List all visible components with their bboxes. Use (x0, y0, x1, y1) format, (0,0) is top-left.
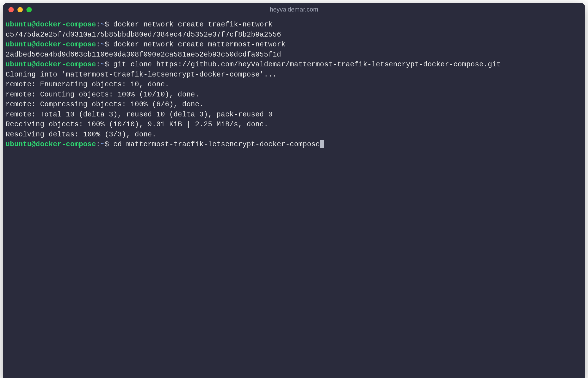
terminal-line: remote: Enumerating objects: 10, done. (6, 80, 582, 90)
command-text: cd mattermost-traefik-letsencrypt-docker… (113, 140, 320, 148)
terminal-line: ubuntu@docker-compose:~$ docker network … (6, 40, 582, 50)
output-text: Cloning into 'mattermost-traefik-letsenc… (6, 71, 277, 79)
prompt-symbol: $ (105, 21, 113, 29)
prompt-user-host: ubuntu@docker-compose (6, 21, 96, 29)
terminal-line: remote: Total 10 (delta 3), reused 10 (d… (6, 110, 582, 120)
output-text: 2adbed56ca4bd9d663cb1106e0da308f090e2ca5… (6, 51, 281, 59)
output-text: remote: Compressing objects: 100% (6/6),… (6, 100, 204, 109)
output-text: Resolving deltas: 100% (3/3), done. (6, 130, 156, 139)
terminal-line: remote: Counting objects: 100% (10/10), … (6, 90, 582, 100)
prompt-symbol: $ (105, 140, 113, 148)
prompt-separator: : (96, 21, 100, 29)
prompt-user-host: ubuntu@docker-compose (6, 40, 96, 49)
prompt-path: ~ (100, 40, 105, 49)
prompt-user-host: ubuntu@docker-compose (6, 140, 96, 148)
window-title: heyvaldemar.com (270, 6, 318, 13)
prompt-separator: : (96, 40, 100, 49)
title-bar: heyvaldemar.com (3, 3, 585, 16)
terminal-window: heyvaldemar.com ubuntu@docker-compose:~$… (3, 3, 585, 378)
command-text: docker network create mattermost-network (113, 40, 286, 49)
prompt-symbol: $ (105, 60, 113, 69)
maximize-button[interactable] (26, 7, 32, 12)
command-text: docker network create traefik-network (113, 21, 273, 29)
terminal-line: ubuntu@docker-compose:~$ docker network … (6, 20, 582, 30)
command-text: git clone https://github.com/heyValdemar… (113, 60, 501, 69)
output-text: c57475da2e25f7d0310a175b85bbdb80ed7384ec… (6, 31, 281, 39)
terminal-line: remote: Compressing objects: 100% (6/6),… (6, 100, 582, 110)
terminal-line: 2adbed56ca4bd9d663cb1106e0da308f090e2ca5… (6, 50, 582, 60)
terminal-line: Receiving objects: 100% (10/10), 9.01 Ki… (6, 120, 582, 130)
terminal-line: Resolving deltas: 100% (3/3), done. (6, 130, 582, 140)
traffic-lights (8, 7, 32, 12)
prompt-user-host: ubuntu@docker-compose (6, 60, 96, 69)
output-text: remote: Counting objects: 100% (10/10), … (6, 91, 199, 99)
terminal-line: Cloning into 'mattermost-traefik-letsenc… (6, 70, 582, 80)
prompt-path: ~ (100, 21, 105, 29)
terminal-line: c57475da2e25f7d0310a175b85bbdb80ed7384ec… (6, 30, 582, 40)
terminal-body[interactable]: ubuntu@docker-compose:~$ docker network … (3, 16, 585, 378)
cursor (320, 140, 324, 148)
output-text: Receiving objects: 100% (10/10), 9.01 Ki… (6, 120, 268, 129)
prompt-separator: : (96, 140, 100, 148)
output-text: remote: Total 10 (delta 3), reused 10 (d… (6, 111, 273, 119)
prompt-separator: : (96, 60, 100, 69)
terminal-line: ubuntu@docker-compose:~$ cd mattermost-t… (6, 140, 582, 150)
prompt-symbol: $ (105, 40, 113, 49)
close-button[interactable] (8, 7, 14, 12)
output-text: remote: Enumerating objects: 10, done. (6, 80, 169, 89)
prompt-path: ~ (100, 60, 105, 69)
minimize-button[interactable] (17, 7, 23, 12)
terminal-line: ubuntu@docker-compose:~$ git clone https… (6, 60, 582, 70)
prompt-path: ~ (100, 140, 105, 148)
